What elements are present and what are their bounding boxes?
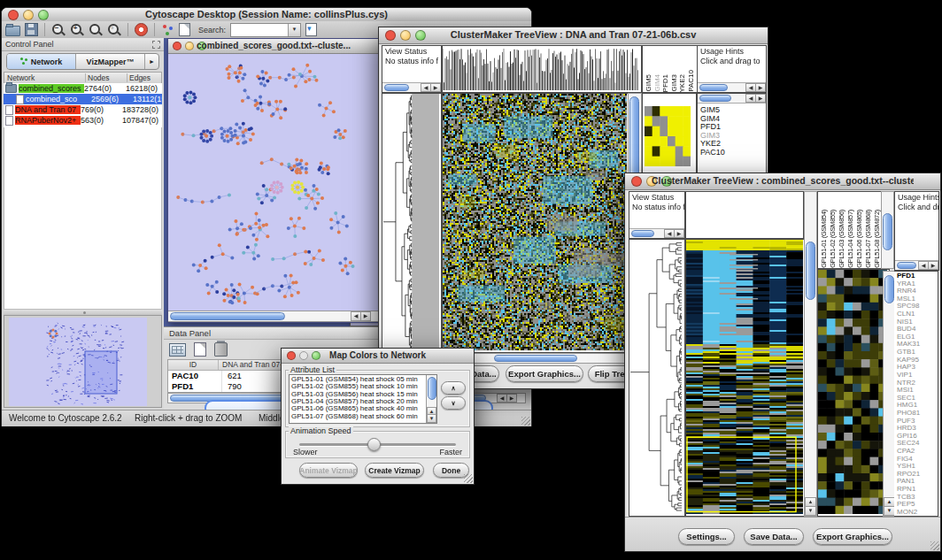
- attribute-select-icon[interactable]: [169, 343, 186, 357]
- column-label[interactable]: GPL51-03 (GSM856): [838, 210, 845, 268]
- gene-item[interactable]: PFD1: [700, 122, 725, 131]
- scroll-right-icon[interactable]: [506, 394, 517, 403]
- gene-item[interactable]: GIM4: [700, 114, 725, 123]
- save-icon[interactable]: [25, 23, 38, 36]
- zoom-heatmap-panel[interactable]: [817, 269, 890, 517]
- zoom-out-icon[interactable]: −: [51, 23, 66, 37]
- network-table-row[interactable]: combined_sco2569(6)13112(15): [4, 94, 162, 104]
- row-dendrogram-panel[interactable]: [629, 239, 685, 517]
- resize-grip[interactable]: [521, 417, 530, 426]
- column-label[interactable]: GPL51-06 (GSM865): [855, 210, 863, 268]
- attribute-list-scrollbar[interactable]: [426, 375, 436, 423]
- close-icon[interactable]: [8, 10, 19, 20]
- resize-grip[interactable]: [930, 541, 939, 550]
- animate-vizmap-button[interactable]: Animate Vizmap: [299, 463, 358, 478]
- heatmap-panel[interactable]: [442, 93, 629, 353]
- scrollbar-thumb[interactable]: [699, 84, 728, 91]
- attribute-listbox[interactable]: GPL51-01 (GSM854) heat shock 05 minGPL51…: [289, 374, 437, 424]
- delete-attribute-icon[interactable]: [214, 342, 228, 357]
- column-labels-scrollbar[interactable]: [881, 191, 894, 269]
- tab-overflow-arrow[interactable]: ►: [145, 54, 158, 69]
- resize-grip[interactable]: [464, 474, 473, 483]
- minimize-icon[interactable]: [299, 351, 308, 360]
- close-icon[interactable]: [631, 176, 642, 187]
- create-vizmap-button[interactable]: Create Vizmap: [365, 463, 424, 478]
- vizmapper-icon[interactable]: [161, 24, 174, 36]
- column-label[interactable]: GPL51-02 (GSM855): [829, 210, 837, 268]
- network-table-row[interactable]: combined_scores2764(0)16218(0): [4, 83, 162, 94]
- gene-item[interactable]: GIM5: [700, 105, 725, 114]
- view-status-scrollbar[interactable]: [629, 228, 684, 238]
- export-graphics-button[interactable]: Export Graphics...: [506, 365, 583, 382]
- usage-hints-scrollbar[interactable]: [895, 260, 938, 270]
- export-graphics-button[interactable]: Export Graphics...: [813, 528, 892, 545]
- tab-vizmapper[interactable]: VizMapper™: [76, 54, 145, 69]
- scrollbar-thumb[interactable]: [384, 84, 409, 91]
- treeview2-titlebar[interactable]: ClusterMaker TreeView : combined_scores_…: [625, 173, 940, 190]
- tab-network[interactable]: Network: [7, 54, 76, 69]
- gene-list-scrollbar[interactable]: [698, 94, 766, 104]
- scroll-right-icon[interactable]: [755, 83, 766, 92]
- search-input[interactable]: ▼: [230, 23, 301, 37]
- scroll-right-icon[interactable]: [755, 94, 766, 103]
- gene-item[interactable]: MON2: [897, 509, 920, 517]
- scrollbar-thumb[interactable]: [494, 355, 577, 362]
- heatmap-panel[interactable]: [685, 239, 806, 517]
- network-overview-thumbnail[interactable]: [9, 318, 147, 406]
- column-dendrogram-panel[interactable]: [442, 45, 642, 93]
- save-data-button[interactable]: Save Data...: [744, 528, 804, 545]
- settings-button[interactable]: Settings...: [678, 528, 735, 545]
- scrollbar-thumb[interactable]: [884, 275, 894, 303]
- search-dropdown-icon[interactable]: ▼: [288, 24, 300, 36]
- network-table-row[interactable]: RNAPuberNov2+563(0)107847(0): [4, 115, 162, 126]
- scroll-down-icon[interactable]: [427, 414, 436, 423]
- open-folder-icon[interactable]: [5, 26, 20, 36]
- scrollbar-thumb[interactable]: [631, 230, 654, 237]
- network-hscrollbar[interactable]: [168, 311, 379, 322]
- zoom-selected-icon[interactable]: ▫: [107, 23, 121, 37]
- scroll-right-icon[interactable]: [430, 83, 441, 92]
- close-icon[interactable]: [385, 30, 396, 41]
- new-attribute-icon[interactable]: [194, 342, 206, 357]
- scrollbar-thumb[interactable]: [170, 312, 285, 320]
- gene-item[interactable]: PAC10: [700, 148, 725, 157]
- annotation-icon[interactable]: [179, 23, 190, 36]
- speed-slider-knob[interactable]: [367, 438, 381, 451]
- summary-heatmap[interactable]: [645, 106, 691, 166]
- network-frame-titlebar[interactable]: combined_scores_good.txt--cluste...: [168, 39, 379, 54]
- column-label[interactable]: GPL51-07 (GSM868): [864, 210, 872, 268]
- move-up-button[interactable]: ∧: [441, 381, 466, 395]
- network-view-frame[interactable]: combined_scores_good.txt--cluste...: [167, 38, 380, 323]
- scroll-right-icon[interactable]: [360, 311, 371, 321]
- close-icon[interactable]: [287, 351, 296, 360]
- move-down-button[interactable]: ∨: [441, 396, 466, 410]
- float-panel-icon[interactable]: [152, 41, 160, 49]
- scrollbar-thumb[interactable]: [897, 262, 916, 269]
- usage-hints-scrollbar[interactable]: [698, 82, 766, 92]
- help-lifering-icon[interactable]: [135, 23, 148, 36]
- view-status-scrollbar[interactable]: [382, 82, 441, 92]
- zoom-fit-icon[interactable]: [89, 23, 103, 37]
- column-label[interactable]: GPL51-01 (GSM854): [820, 210, 828, 268]
- scrollbar-thumb[interactable]: [629, 96, 639, 180]
- treeview1-titlebar[interactable]: ClusterMaker TreeView : DNA and Tran 07-…: [379, 27, 768, 44]
- network-table-row[interactable]: DNA and Tran 07769(0)183728(0): [4, 104, 162, 115]
- cytoscape-titlebar[interactable]: Cytoscape Desktop (Session Name: collins…: [2, 8, 531, 22]
- row-dendrogram-panel[interactable]: [382, 93, 442, 353]
- import-network-icon[interactable]: [305, 23, 317, 36]
- scrollbar-thumb[interactable]: [806, 242, 815, 300]
- scroll-down-icon[interactable]: [805, 506, 816, 516]
- frame-close-icon[interactable]: [173, 42, 181, 50]
- network-canvas[interactable]: [169, 54, 376, 311]
- gene-item[interactable]: GIM3: [700, 131, 725, 140]
- attribute-item[interactable]: GPL51-07 (GSM868) heat shock 60 min: [291, 413, 425, 420]
- column-label[interactable]: GPL51-08 (GSM872): [873, 210, 881, 268]
- gene-item[interactable]: YKE2: [700, 139, 725, 148]
- zoom-in-icon[interactable]: +: [70, 23, 84, 37]
- scrollbar-thumb[interactable]: [883, 213, 892, 250]
- scroll-right-icon[interactable]: [928, 261, 938, 270]
- heatmap-vscrollbar[interactable]: [804, 191, 817, 517]
- scrollbar-thumb[interactable]: [428, 377, 436, 400]
- column-label[interactable]: GPL51-04 (GSM857): [846, 210, 854, 268]
- dialog-titlebar[interactable]: Map Colors to Network: [282, 349, 474, 364]
